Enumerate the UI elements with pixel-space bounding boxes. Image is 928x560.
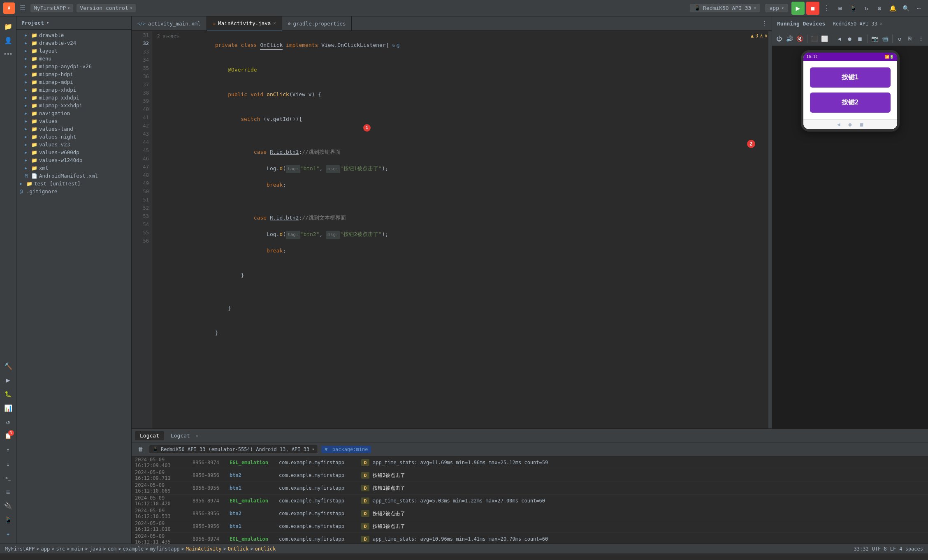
breadcrumb-com[interactable]: com	[108, 546, 117, 552]
tree-item-mipmap-xhdpi[interactable]: ▶ 📁 mipmap-xhdpi	[16, 86, 131, 94]
home-button[interactable]: ●	[845, 33, 854, 44]
editor-scrollbar[interactable]	[768, 31, 772, 428]
device-more-button[interactable]: ⋮	[916, 33, 926, 44]
tree-item-values-night[interactable]: ▶ 📁 values-night	[16, 133, 131, 141]
breadcrumb-example[interactable]: example	[123, 546, 144, 552]
tree-item-navigation[interactable]: ▶ 📁 navigation	[16, 109, 131, 117]
fold-button[interactable]: ⬛	[810, 33, 819, 44]
tree-item-mipmap-anydpi[interactable]: ▶ 📁 mipmap-anydpi-v26	[16, 62, 131, 70]
logcat-delete-button[interactable]: 🗑	[135, 444, 146, 455]
breadcrumb-myfirstapp[interactable]: myfirstapp	[150, 546, 179, 552]
tree-item-mipmap-xxxhdpi[interactable]: ▶ 📁 mipmap-xxxhdpi	[16, 102, 131, 109]
tree-item-values-v23[interactable]: ▶ 📁 values-v23	[16, 141, 131, 148]
tab-close-icon[interactable]: ✕	[273, 21, 276, 26]
status-encoding[interactable]: UTF-8	[872, 546, 887, 552]
zoom-button[interactable]: ⎘	[905, 33, 914, 44]
logcat-tab-close-icon[interactable]: ✕	[196, 433, 199, 439]
down-nav-icon[interactable]: ∨	[765, 33, 768, 39]
tree-item-menu[interactable]: ▶ 📁 menu	[16, 55, 131, 62]
tree-item-values-w600dp[interactable]: ▶ 📁 values-w600dp	[16, 148, 131, 156]
screenshot-button[interactable]: 📷	[870, 33, 879, 44]
logcat-tab-1[interactable]: Logcat	[135, 431, 164, 440]
tree-item-mipmap-xxhdpi[interactable]: ▶ 📁 mipmap-xxhdpi	[16, 94, 131, 102]
tree-item-mipmap-mdpi[interactable]: ▶ 📁 mipmap-mdpi	[16, 78, 131, 86]
project-header[interactable]: Project ▾	[16, 16, 131, 30]
sidebar-item-down[interactable]: ↓	[2, 457, 15, 470]
hamburger-menu-icon[interactable]: ☰	[18, 2, 27, 14]
sidebar-item-device-manager[interactable]: 📱	[2, 513, 15, 526]
logcat-tab-2[interactable]: Logcat ✕	[166, 431, 203, 440]
run-button[interactable]: ▶	[791, 2, 805, 15]
phone-back-icon[interactable]: ◀	[837, 121, 840, 127]
breadcrumb-src[interactable]: src	[56, 546, 65, 552]
tree-item-drawable[interactable]: ▶ 📁 drawable	[16, 31, 131, 39]
tree-item-values-land[interactable]: ▶ 📁 values-land	[16, 125, 131, 133]
overview-button[interactable]: ■	[855, 33, 865, 44]
up-nav-icon[interactable]: ∧	[760, 33, 763, 39]
tab-gradle-properties[interactable]: ⚙ gradle.properties	[282, 16, 352, 31]
sidebar-item-terminal[interactable]: >_	[2, 471, 15, 484]
unfold-button[interactable]: ⬜	[820, 33, 829, 44]
logcat-device-selector[interactable]: 📱 RedmiK50 API 33 (emulator-5554) Androi…	[149, 445, 318, 454]
tree-item-gitignore[interactable]: @ .gitignore	[16, 187, 131, 195]
sync-button[interactable]: ↻	[861, 2, 872, 14]
tree-item-test[interactable]: ▶ 📁 test [unitTest]	[16, 180, 131, 187]
tree-item-drawable-v24[interactable]: ▶ 📁 drawable-v24	[16, 39, 131, 47]
phone-home-icon[interactable]: ●	[849, 121, 852, 127]
notifications-button[interactable]: 🔔	[887, 2, 898, 14]
project-selector[interactable]: MyFirstAPP ▾	[30, 4, 73, 12]
app-selector[interactable]: app ▾	[765, 4, 788, 12]
phone-button-1[interactable]: 按键1	[810, 67, 891, 88]
sidebar-item-refresh[interactable]: ↺	[2, 415, 15, 428]
breadcrumb-main[interactable]: main	[71, 546, 83, 552]
search-everywhere-button[interactable]: 🔍	[900, 2, 912, 14]
code-editor[interactable]: 2 usages private class OnClick implement…	[152, 31, 768, 428]
tree-item-mipmap-hdpi[interactable]: ▶ 📁 mipmap-hdpi	[16, 70, 131, 78]
vcs-selector[interactable]: Version control ▾	[77, 4, 135, 12]
sidebar-item-plugins[interactable]: 🔌	[2, 499, 15, 512]
sidebar-item-structure[interactable]: ≡	[2, 485, 15, 498]
status-position[interactable]: 33:32	[854, 546, 869, 552]
stop-button[interactable]: ■	[806, 2, 819, 15]
rotate-button[interactable]: ↺	[895, 33, 904, 44]
tree-item-values[interactable]: ▶ 📁 values	[16, 117, 131, 125]
logcat-filter[interactable]: ▼ package:mine	[321, 446, 371, 453]
screenrecord-button[interactable]: 📹	[880, 33, 890, 44]
power-button[interactable]: ⏻	[775, 33, 784, 44]
back-button[interactable]: ◀	[835, 33, 844, 44]
sdk-manager-button[interactable]: ⊞	[834, 2, 846, 14]
sidebar-item-project[interactable]: 📁	[2, 20, 15, 33]
editor-content[interactable]: 31 32 33 34 35 36 37 38 39 40 41 42 43 4…	[132, 31, 772, 428]
tab-activity-main[interactable]: </> activity_main.xml	[132, 16, 207, 31]
tab-mainactivity[interactable]: ☕ MainActivity.java ✕	[207, 16, 282, 31]
breadcrumb-module[interactable]: app	[41, 546, 50, 552]
breadcrumb-onclick-method[interactable]: onClick	[255, 546, 276, 552]
logcat-content[interactable]: 2024-05-09 16:12:09.403 8956-8974 EGL_em…	[132, 456, 928, 544]
sidebar-item-profiler[interactable]: 📊	[2, 401, 15, 414]
breadcrumb-mainactivity[interactable]: MainActivity	[186, 546, 222, 552]
breadcrumb-java[interactable]: java	[89, 546, 101, 552]
sidebar-item-logcat[interactable]: 📋 3	[2, 429, 15, 442]
tree-item-values-w1240dp[interactable]: ▶ 📁 values-w1240dp	[16, 156, 131, 164]
sidebar-item-more[interactable]: •••	[2, 48, 15, 61]
settings-button[interactable]: ⚙	[874, 2, 885, 14]
status-line-separator[interactable]: LF	[890, 546, 896, 552]
sidebar-item-up[interactable]: ↑	[2, 443, 15, 456]
breadcrumb-project[interactable]: MyFirstAPP	[5, 546, 35, 552]
sidebar-item-gemini[interactable]: ✦	[2, 527, 15, 540]
breadcrumb-onclick-class[interactable]: OnClick	[228, 546, 249, 552]
device-tab-close-icon[interactable]: ✕	[880, 21, 883, 26]
tree-item-layout[interactable]: ▶ 📁 layout	[16, 47, 131, 55]
annotation-bubble-1[interactable]: 1	[363, 124, 371, 132]
tree-item-xml[interactable]: ▶ 📁 xml	[16, 164, 131, 172]
sidebar-item-debug[interactable]: 🐛	[2, 387, 15, 400]
volume-up-button[interactable]: 🔊	[785, 33, 794, 44]
more-actions-button[interactable]: ⋮	[821, 2, 833, 14]
phone-overview-icon[interactable]: ■	[860, 121, 863, 127]
sidebar-item-build[interactable]: 🔨	[2, 359, 15, 373]
error-indicator[interactable]: ▲ 3 ∧ ∨	[751, 33, 768, 39]
running-device-tab[interactable]: RedmiK50 API 33 ✕	[828, 16, 886, 31]
tab-more-button[interactable]: ⋮	[757, 20, 772, 28]
volume-down-button[interactable]: 🔇	[795, 33, 805, 44]
sidebar-item-commit[interactable]: 👤	[2, 34, 15, 47]
